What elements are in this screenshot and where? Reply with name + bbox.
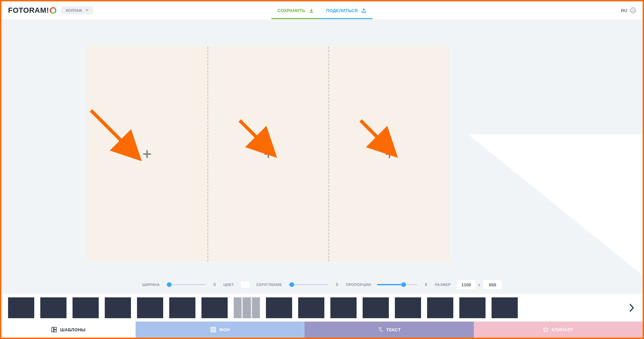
header-bar: FOTORAM! КОЛЛАЖ СОХРАНИТЬ ПОДЕЛИТЬСЯ RU bbox=[1, 1, 643, 20]
template-item[interactable] bbox=[395, 297, 421, 318]
language-selector[interactable]: RU bbox=[621, 7, 636, 13]
mode-dropdown[interactable]: КОЛЛАЖ bbox=[61, 6, 93, 14]
templates-icon bbox=[51, 327, 57, 332]
height-input[interactable] bbox=[483, 280, 502, 289]
header-actions: СОХРАНИТЬ ПОДЕЛИТЬСЯ bbox=[271, 2, 372, 19]
svg-rect-5 bbox=[54, 330, 56, 332]
collage-slot-1[interactable] bbox=[87, 47, 208, 261]
tab-background-label: ФОН bbox=[219, 327, 230, 332]
template-item[interactable] bbox=[459, 297, 486, 318]
template-item[interactable] bbox=[363, 297, 389, 318]
template-item[interactable] bbox=[201, 297, 228, 318]
template-item[interactable] bbox=[105, 297, 131, 318]
language-code: RU bbox=[621, 8, 627, 13]
rounding-value: 0 bbox=[334, 282, 340, 287]
template-item[interactable] bbox=[298, 297, 324, 318]
templates-next-button[interactable] bbox=[625, 294, 639, 322]
tab-clipart-label: КЛИПАРТ bbox=[552, 327, 573, 332]
aspect-slider[interactable] bbox=[377, 284, 417, 285]
mode-label: КОЛЛАЖ bbox=[66, 8, 82, 12]
collage-slot-2[interactable] bbox=[208, 47, 329, 261]
save-label: СОХРАНИТЬ bbox=[277, 8, 305, 13]
collage-slot-3[interactable] bbox=[329, 47, 450, 261]
tab-text-label: ТЕКСТ bbox=[386, 327, 401, 332]
logo-accent: ! bbox=[46, 6, 49, 15]
template-item[interactable] bbox=[330, 297, 357, 318]
tab-text[interactable]: ТЕКСТ bbox=[305, 322, 473, 338]
globe-icon bbox=[630, 7, 636, 13]
share-label: ПОДЕЛИТЬСЯ bbox=[326, 8, 358, 13]
tab-templates[interactable]: ШАБЛОНЫ bbox=[1, 322, 136, 338]
chevron-down-icon bbox=[85, 9, 89, 11]
template-item[interactable] bbox=[492, 297, 518, 318]
text-icon bbox=[377, 327, 383, 332]
chevron-right-icon bbox=[629, 303, 635, 313]
save-button[interactable]: СОХРАНИТЬ bbox=[271, 2, 320, 19]
width-value: 0 bbox=[212, 282, 218, 287]
tab-background[interactable]: ФОН bbox=[136, 322, 305, 338]
logo-text: FOTORAM bbox=[8, 6, 46, 15]
template-item[interactable] bbox=[73, 297, 99, 318]
svg-rect-4 bbox=[54, 327, 56, 329]
tab-clipart[interactable]: КЛИПАРТ bbox=[474, 322, 643, 338]
width-slider[interactable] bbox=[166, 284, 206, 285]
template-item[interactable] bbox=[427, 297, 453, 318]
width-label: ШИРИНА bbox=[142, 283, 160, 287]
template-item[interactable] bbox=[8, 297, 34, 318]
template-item[interactable] bbox=[169, 297, 195, 318]
canvas-area bbox=[1, 20, 643, 275]
size-label: РАЗМЕР bbox=[435, 283, 451, 287]
logo-ring-icon bbox=[50, 7, 56, 14]
color-label: ЦВЕТ bbox=[224, 283, 234, 287]
star-icon bbox=[543, 327, 548, 332]
collage-canvas bbox=[87, 47, 450, 261]
bg-decoration bbox=[468, 134, 643, 275]
download-icon bbox=[309, 8, 314, 13]
template-item[interactable] bbox=[137, 297, 163, 318]
tab-templates-label: ШАБЛОНЫ bbox=[60, 327, 86, 332]
share-button[interactable]: ПОДЕЛИТЬСЯ bbox=[320, 2, 372, 19]
aspect-label: ПРОПОРЦИИ bbox=[346, 283, 371, 287]
size-inputs: x bbox=[457, 280, 502, 289]
color-picker[interactable] bbox=[240, 281, 250, 288]
rounding-slider[interactable] bbox=[288, 284, 328, 285]
size-separator: x bbox=[478, 283, 480, 287]
template-item[interactable] bbox=[40, 297, 66, 318]
app-logo: FOTORAM! bbox=[8, 6, 56, 15]
share-icon bbox=[361, 8, 367, 13]
svg-rect-3 bbox=[52, 327, 53, 332]
background-icon bbox=[211, 327, 216, 332]
width-input[interactable] bbox=[457, 280, 475, 289]
rounding-label: СКРУГЛЕНИЕ bbox=[256, 283, 282, 287]
template-item-selected[interactable] bbox=[234, 297, 260, 318]
canvas-controls: ШИРИНА 0 ЦВЕТ СКРУГЛЕНИЕ 0 ПРОПОРЦИИ 0 Р… bbox=[1, 275, 643, 294]
template-strip bbox=[1, 294, 643, 322]
bottom-tabs: ШАБЛОНЫ ФОН ТЕКСТ КЛИПАРТ bbox=[1, 322, 643, 338]
aspect-value: 0 bbox=[423, 282, 429, 287]
template-item[interactable] bbox=[266, 297, 292, 318]
